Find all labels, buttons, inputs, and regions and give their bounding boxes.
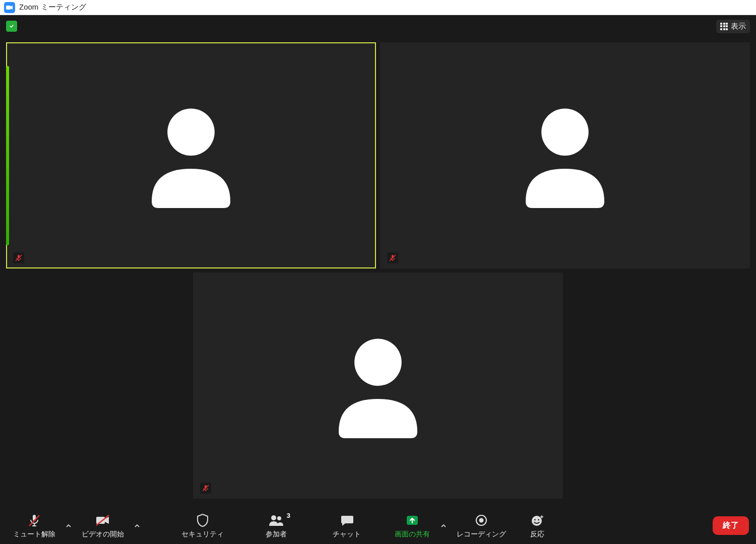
video-options-caret[interactable]: [131, 512, 143, 540]
svg-point-5: [541, 108, 589, 156]
participant-tile[interactable]: [6, 42, 376, 268]
reactions-button[interactable]: 反応: [513, 511, 561, 540]
svg-point-23: [479, 518, 484, 523]
zoom-logo-icon: [4, 2, 15, 13]
svg-point-26: [538, 519, 539, 521]
avatar-placeholder-icon: [499, 90, 631, 221]
participants-icon: 3: [268, 513, 284, 528]
avatar-placeholder-icon: [125, 90, 257, 221]
start-video-button[interactable]: ビデオの開始: [76, 511, 130, 540]
svg-point-9: [354, 338, 402, 386]
mic-muted-icon: [13, 252, 24, 263]
audio-options-caret[interactable]: [62, 512, 75, 540]
participant-tile[interactable]: [193, 273, 563, 499]
meeting-header: 表示: [0, 15, 756, 37]
start-video-label: ビデオの開始: [82, 530, 124, 539]
mic-muted-icon: [200, 483, 211, 494]
security-label: セキュリティ: [181, 530, 224, 539]
svg-point-20: [277, 516, 281, 520]
svg-rect-0: [6, 6, 11, 10]
reactions-icon: [530, 513, 544, 528]
toolbar-left: ミュート解除 ビデオの開始 セキュリティ: [7, 511, 701, 540]
participants-label: 参加者: [266, 530, 287, 539]
svg-point-24: [532, 516, 542, 526]
mic-muted-icon: [387, 252, 398, 263]
participants-button[interactable]: 3 参加者: [252, 511, 300, 540]
view-label: 表示: [731, 22, 746, 31]
share-screen-button[interactable]: 画面の共有: [388, 511, 436, 540]
record-icon: [475, 513, 488, 528]
chat-button[interactable]: チャット: [323, 511, 371, 540]
end-meeting-button[interactable]: 終了: [713, 516, 749, 535]
toolbar-right: 終了: [701, 516, 749, 535]
svg-point-19: [271, 515, 276, 520]
video-off-icon: [95, 513, 111, 528]
meeting-area: 表示: [0, 15, 756, 544]
record-label: レコーディング: [457, 530, 506, 539]
encryption-shield-icon[interactable]: [6, 21, 17, 32]
view-button[interactable]: 表示: [716, 20, 750, 33]
share-options-caret[interactable]: [437, 512, 450, 540]
participant-tile[interactable]: [380, 42, 750, 268]
avatar-placeholder-icon: [312, 320, 444, 451]
window-title: Zoom ミーティング: [19, 3, 86, 12]
unmute-label: ミュート解除: [13, 530, 55, 539]
svg-rect-17: [96, 517, 105, 524]
record-button[interactable]: レコーディング: [451, 511, 512, 540]
svg-point-1: [167, 108, 215, 156]
chat-label: チャット: [333, 530, 361, 539]
chat-icon: [340, 513, 354, 528]
participants-count-badge: 3: [287, 512, 290, 519]
video-gallery: [0, 37, 756, 507]
grid-icon: [720, 23, 728, 30]
titlebar: Zoom ミーティング: [0, 0, 756, 15]
share-screen-icon: [405, 513, 420, 528]
app-window: Zoom ミーティング 表示: [0, 0, 756, 544]
meeting-toolbar: ミュート解除 ビデオの開始 セキュリティ: [0, 507, 756, 544]
unmute-button[interactable]: ミュート解除: [7, 511, 61, 540]
share-screen-label: 画面の共有: [395, 530, 430, 539]
reactions-label: 反応: [530, 530, 544, 539]
mic-off-icon: [27, 513, 41, 528]
svg-point-25: [534, 519, 536, 521]
security-shield-icon: [196, 513, 209, 528]
security-button[interactable]: セキュリティ: [175, 511, 230, 540]
